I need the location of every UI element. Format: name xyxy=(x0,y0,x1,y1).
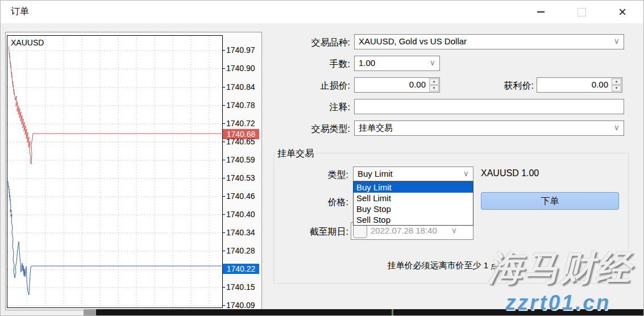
axis-price-label: 1740.34 xyxy=(226,228,255,237)
minimize-button[interactable] xyxy=(527,1,554,23)
trade-type-combobox[interactable]: 挂单交易 ∨ xyxy=(354,120,624,136)
axis-tick xyxy=(223,87,225,88)
window-title: 订单 xyxy=(11,6,29,18)
dropdown-option-sell-limit[interactable]: Sell Limit xyxy=(354,193,473,203)
take-profit-value: 0.00 xyxy=(592,80,608,89)
spin-up-icon[interactable]: ▲ xyxy=(429,78,439,85)
axis-price-label: 1740.90 xyxy=(226,64,255,73)
chevron-down-icon: ∨ xyxy=(430,58,435,67)
axis-price-label: 1740.28 xyxy=(226,246,255,255)
axis-price-label: 1740.40 xyxy=(226,210,255,219)
comment-field-wrap xyxy=(354,99,624,114)
spin-down-icon[interactable]: ▼ xyxy=(429,85,439,92)
maximize-icon xyxy=(577,8,586,16)
axis-tick xyxy=(223,214,225,215)
title-bar: 订单 × xyxy=(1,1,644,23)
expiry-value: 2022.07.28 18:40 xyxy=(371,226,437,235)
expiry-label: 截至期日: xyxy=(272,226,348,238)
expiry-checkbox[interactable] xyxy=(353,224,367,238)
symbol-value: XAUUSD, Gold vs US Dollar xyxy=(359,36,467,46)
axis-tick xyxy=(223,123,225,124)
order-type-value: Buy Limit xyxy=(358,169,393,178)
axis-tick xyxy=(223,160,225,160)
price-label: 价格: xyxy=(285,197,348,209)
chevron-down-icon: ∨ xyxy=(614,36,620,45)
axis-price-label: 1740.97 xyxy=(226,45,255,55)
axis-tick xyxy=(223,287,225,288)
minimize-icon xyxy=(537,11,545,13)
axis-price-label: 1740.78 xyxy=(226,101,255,110)
bottom-strip-gray-segment xyxy=(84,309,96,316)
axis-tick xyxy=(223,50,225,51)
axis-tick xyxy=(223,105,225,106)
spin-up-icon[interactable]: ▲ xyxy=(612,78,621,85)
bid-line xyxy=(8,181,222,295)
take-profit-spin-buttons: ▲ ▼ xyxy=(612,78,621,92)
volume-value: 1.00 xyxy=(359,58,375,68)
chart-symbol-label: XAUUSD xyxy=(11,38,44,47)
stop-loss-label: 止损价: xyxy=(273,80,350,92)
axis-price-label: 1740.09 xyxy=(226,301,255,310)
symbol-label: 交易品种: xyxy=(273,37,350,49)
axis-tick xyxy=(223,232,225,233)
pending-order-group-title: 挂单交易 xyxy=(275,148,316,160)
bid-price-badge: 1740.22 xyxy=(223,264,259,274)
stop-loss-value: 0.00 xyxy=(409,80,426,89)
axis-price-label: 1740.72 xyxy=(226,119,255,128)
stop-loss-spinner[interactable]: 0.00 ▲ ▼ xyxy=(354,77,440,93)
chevron-down-icon: ∨ xyxy=(463,169,469,178)
spin-down-icon[interactable]: ▼ xyxy=(612,85,621,92)
comment-label: 注释: xyxy=(273,102,350,114)
axis-price-label: 1740.46 xyxy=(226,192,255,201)
ask-line xyxy=(9,46,222,164)
axis-price-label: 1740.84 xyxy=(226,82,255,92)
maximize-button[interactable] xyxy=(568,1,595,23)
trade-type-value: 挂单交易 xyxy=(359,123,393,134)
axis-price-label: 1740.59 xyxy=(226,155,255,164)
axis-price-label: 1740.15 xyxy=(226,282,255,292)
volume-combobox[interactable]: 1.00 ∨ xyxy=(354,56,440,71)
watermark-brand: 海马财经 xyxy=(488,245,631,292)
trade-type-label: 交易类型: xyxy=(273,123,350,135)
order-type-dropdown-list: Buy LimitSell LimitBuy StopSell Stop xyxy=(353,181,473,226)
axis-tick xyxy=(223,178,225,178)
chevron-down-icon: ∨ xyxy=(614,123,620,132)
volume-label: 手数: xyxy=(273,59,350,70)
axis-tick xyxy=(223,142,225,142)
take-profit-label: 获利价: xyxy=(450,80,534,92)
tick-chart-plot xyxy=(7,35,223,308)
axis-tick xyxy=(223,305,225,306)
watermark-site: zzrt01.cn xyxy=(505,291,610,315)
comment-field[interactable] xyxy=(355,99,624,114)
axis-price-label: 1740.65 xyxy=(226,137,255,146)
axis-price-label: 1740.53 xyxy=(226,173,255,182)
order-type-label: 类型: xyxy=(285,169,348,181)
chevron-down-icon: ∨ xyxy=(451,226,457,235)
order-summary-label: XAUUSD 1.00 xyxy=(481,168,539,178)
tick-chart-svg xyxy=(7,36,222,307)
order-dialog-window: 订单 × XAUUSD 1740.971740.901740.841740.78… xyxy=(0,0,644,316)
close-button[interactable]: × xyxy=(609,1,635,23)
axis-tick xyxy=(223,196,225,197)
axis-tick xyxy=(223,68,225,69)
symbol-combobox[interactable]: XAUUSD, Gold vs US Dollar ∨ xyxy=(354,34,624,49)
stop-loss-spin-buttons: ▲ ▼ xyxy=(429,78,439,92)
dropdown-option-buy-stop[interactable]: Buy Stop xyxy=(354,203,473,214)
order-type-combobox[interactable]: Buy Limit ∨ xyxy=(353,167,473,181)
close-icon: × xyxy=(618,5,626,19)
place-order-button[interactable]: 下单 xyxy=(481,192,619,210)
take-profit-spinner[interactable]: 0.00 ▲ ▼ xyxy=(537,77,622,93)
bottom-strip-green-tick xyxy=(392,309,393,316)
dropdown-option-buy-limit[interactable]: Buy Limit xyxy=(354,182,473,193)
dropdown-option-sell-stop[interactable]: Sell Stop xyxy=(354,214,473,225)
axis-tick xyxy=(223,251,225,251)
